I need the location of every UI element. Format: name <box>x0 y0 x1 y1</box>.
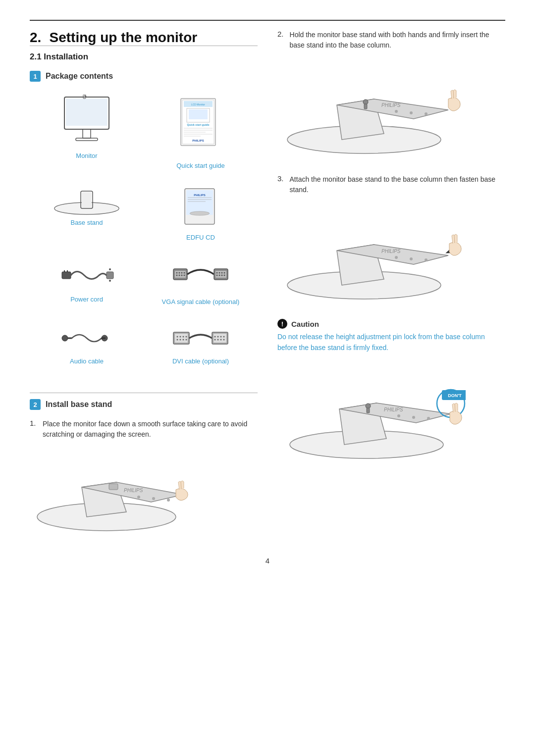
svg-point-89 <box>410 111 413 114</box>
install-step1: 1. Place the monitor face down a smooth … <box>30 419 258 440</box>
svg-point-76 <box>214 339 216 341</box>
svg-point-79 <box>223 339 225 341</box>
svg-point-78 <box>220 339 222 341</box>
right-step-text-3: Attach the monitor base stand to the bas… <box>290 174 505 195</box>
svg-point-67 <box>180 339 181 341</box>
page-number: 4 <box>30 556 505 565</box>
step2-row: 2. Hold the monitor base stand with both… <box>277 30 505 58</box>
step1-label: 1 <box>30 71 41 82</box>
svg-point-69 <box>186 339 187 341</box>
svg-text:PHILIPS: PHILIPS <box>192 139 204 142</box>
svg-rect-11 <box>189 109 208 119</box>
step1-header: 1 Package contents <box>30 71 258 82</box>
svg-point-34 <box>109 268 111 270</box>
svg-point-35 <box>109 280 111 282</box>
svg-text:PHILIPS: PHILIPS <box>384 407 403 412</box>
svg-point-74 <box>220 336 222 338</box>
svg-point-45 <box>184 275 185 276</box>
svg-rect-92 <box>364 104 367 109</box>
package-item-audio: Audio cable <box>30 318 144 369</box>
svg-point-72 <box>214 336 216 338</box>
step2-rule <box>30 393 258 393</box>
svg-point-49 <box>219 272 220 274</box>
quickstart-icon: LCD Monitor Quick start guide PHILIPS <box>176 95 225 159</box>
step-text-1: Place the monitor face down a smooth sur… <box>43 419 258 440</box>
package-grid: Monitor LCD Monitor Quick start guide <box>30 91 258 378</box>
svg-point-43 <box>179 275 180 276</box>
svg-rect-71 <box>214 334 226 343</box>
svg-rect-3 <box>76 138 98 141</box>
section-title: 2. <box>30 30 41 45</box>
svg-rect-33 <box>107 272 113 279</box>
powercord-label: Power cord <box>70 296 103 303</box>
subsection-rule <box>30 46 258 46</box>
package-item-basestand: Base stand <box>30 182 144 245</box>
svg-point-68 <box>183 339 184 341</box>
package-item-dvi: DVI cable (optional) <box>144 318 258 369</box>
svg-point-42 <box>176 275 178 276</box>
svg-point-84 <box>167 499 170 502</box>
vga-label: VGA signal cable (optional) <box>162 298 240 305</box>
step2-title: Install base stand <box>46 400 112 409</box>
section-title-text: Setting up the monitor <box>50 30 198 45</box>
step1-title: Package contents <box>46 72 113 81</box>
svg-point-51 <box>224 272 225 274</box>
svg-point-90 <box>425 112 428 115</box>
caution-title-text: Caution <box>291 320 319 328</box>
svg-point-53 <box>219 275 220 276</box>
svg-point-29 <box>190 211 210 215</box>
svg-point-73 <box>217 336 219 338</box>
step3-row: 3. Attach the monitor base stand to the … <box>277 174 505 203</box>
step-num-1: 1. <box>30 419 39 440</box>
quickstart-label: Quick start guide <box>176 162 225 169</box>
svg-text:PHILIPS: PHILIPS <box>381 102 401 108</box>
svg-point-64 <box>183 336 184 338</box>
right-step-text-2: Hold the monitor base stand with both ha… <box>290 30 505 50</box>
audio-icon <box>59 322 114 354</box>
edfu-label: EDFU CD <box>186 234 215 241</box>
svg-text:Quick start guide: Quick start guide <box>187 123 210 126</box>
edfu-icon: PHILIPS <box>176 186 225 231</box>
caution-text: Do not release the height adjustment pin… <box>277 332 505 353</box>
svg-point-40 <box>181 272 183 274</box>
caution-box: ! Caution Do not release the height adju… <box>277 319 505 353</box>
package-item-quickstart: LCD Monitor Quick start guide PHILIPS Qu… <box>144 91 258 173</box>
package-item-vga: VGA signal cable (optional) <box>144 254 258 309</box>
svg-point-83 <box>152 497 155 500</box>
right-column: 2. Hold the monitor base stand with both… <box>277 30 505 537</box>
insert-base-diagram: PHILIPS <box>277 60 466 159</box>
svg-point-65 <box>186 336 187 338</box>
right-step3: 3. Attach the monitor base stand to the … <box>277 174 505 304</box>
svg-point-102 <box>427 417 430 420</box>
svg-point-55 <box>224 275 225 276</box>
monitor-icon <box>57 95 116 149</box>
svg-point-63 <box>180 336 181 338</box>
svg-point-101 <box>412 416 415 419</box>
svg-point-95 <box>395 256 398 259</box>
step2-header: 2 Install base stand <box>30 399 258 410</box>
left-column: 2. Setting up the monitor 2.1 Installati… <box>30 30 258 537</box>
svg-rect-85 <box>109 484 118 490</box>
svg-text:PHILIPS: PHILIPS <box>194 194 205 197</box>
svg-point-97 <box>425 258 428 261</box>
svg-point-100 <box>397 414 400 417</box>
svg-point-39 <box>179 272 180 274</box>
svg-point-96 <box>410 257 413 260</box>
svg-point-82 <box>137 496 140 499</box>
svg-rect-2 <box>83 129 91 138</box>
svg-rect-1 <box>66 99 107 126</box>
svg-text:PHILIPS: PHILIPS <box>381 249 401 254</box>
vga-icon <box>171 258 230 295</box>
svg-point-44 <box>181 275 183 276</box>
dont-diagram: PHILIPS DON'T <box>277 363 466 467</box>
svg-point-38 <box>176 272 178 274</box>
package-item-edfu: PHILIPS EDFU CD <box>144 182 258 245</box>
svg-point-62 <box>177 336 178 338</box>
svg-rect-22 <box>82 192 92 207</box>
attach-base-diagram: PHILIPS <box>277 205 466 304</box>
base-stand-lying-diagram: PHILIPS <box>30 448 188 537</box>
top-rule <box>30 20 505 21</box>
svg-text:DON'T: DON'T <box>448 393 462 398</box>
svg-point-104 <box>366 403 371 408</box>
powercord-icon <box>59 258 114 293</box>
